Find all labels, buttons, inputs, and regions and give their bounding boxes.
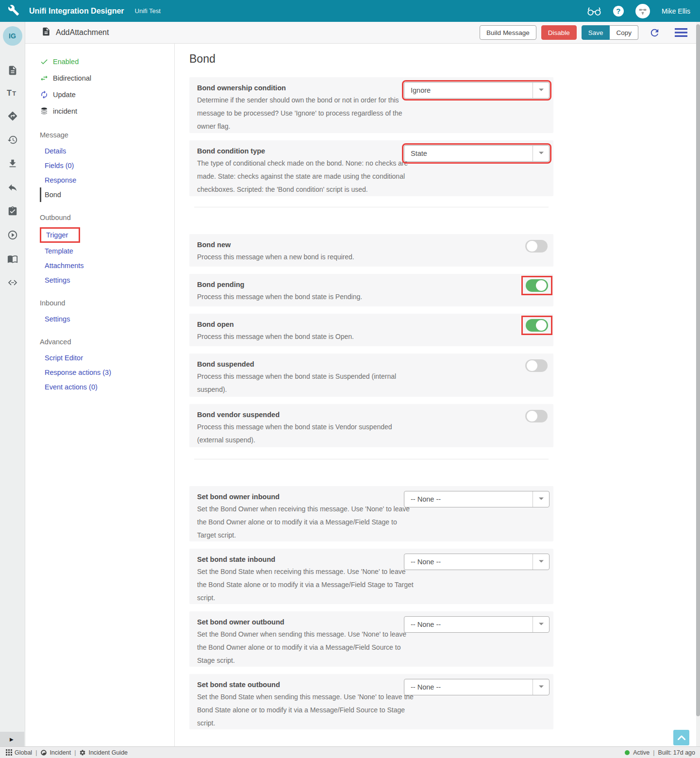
chevron-down-icon <box>533 554 549 570</box>
nav-item-script-editor[interactable]: Script Editor <box>40 351 174 365</box>
bond-suspended-toggle[interactable] <box>525 359 548 372</box>
chevron-down-icon <box>533 83 549 98</box>
field-description: Process this message when the bond state… <box>197 330 416 343</box>
svg-text:T: T <box>7 89 12 97</box>
scrollbar-thumb[interactable] <box>696 24 700 716</box>
svg-text:T: T <box>12 90 16 97</box>
document-icon <box>41 27 51 38</box>
section-divider <box>194 207 549 207</box>
nav-item-outbound-settings[interactable]: Settings <box>40 273 174 287</box>
chevron-down-icon <box>533 491 549 507</box>
workspace-name: Unifi Test <box>135 7 161 15</box>
field-label: Bond pending <box>197 280 546 289</box>
bond-new-toggle[interactable] <box>525 240 548 253</box>
field-set-bond-state-outbound: Set bond state outbound Set the Bond Sta… <box>189 674 553 729</box>
nav-item-attachments[interactable]: Attachments <box>40 258 174 273</box>
bond-pending-toggle[interactable] <box>526 279 548 292</box>
record-nav: Enabled Bidirectional Update incident Me… <box>25 44 175 746</box>
section-divider <box>194 459 549 459</box>
chevron-down-icon <box>533 679 549 695</box>
tasks-icon[interactable] <box>7 206 18 217</box>
grid-icon <box>6 749 12 756</box>
toolbar: AddAttachment Build Message Disable Save… <box>25 22 696 44</box>
user-name: Mike Ellis <box>662 7 690 15</box>
play-icon[interactable] <box>7 230 18 240</box>
page-title: Bond <box>189 52 553 66</box>
help-icon[interactable]: ? <box>613 6 624 17</box>
swap-icon <box>40 74 49 83</box>
update-icon <box>40 90 49 99</box>
field-bond-ownership-condition: Bond ownership condition Determine if th… <box>189 77 553 133</box>
copy-button[interactable]: Copy <box>610 25 638 40</box>
chevron-down-icon <box>533 617 549 632</box>
history-icon[interactable] <box>7 135 18 145</box>
statusbar-global[interactable]: Global <box>6 749 32 756</box>
nav-item-inbound-settings[interactable]: Settings <box>40 312 174 326</box>
nav-item-trigger[interactable]: Trigger <box>41 229 68 241</box>
field-set-bond-owner-outbound: Set bond owner outbound Set the Bond Own… <box>189 611 553 667</box>
statusbar-incident[interactable]: Incident <box>40 749 71 756</box>
set-bond-state-outbound-select[interactable]: -- None -- <box>404 679 550 695</box>
integration-avatar[interactable]: IG <box>3 26 22 46</box>
field-description: Process this message when a new bond is … <box>197 251 416 264</box>
directions-icon[interactable] <box>7 111 18 121</box>
field-label: Bond open <box>197 320 546 329</box>
download-icon[interactable] <box>7 158 18 169</box>
expand-arrow-icon[interactable]: ▶ <box>0 732 24 746</box>
set-bond-state-inbound-select[interactable]: -- None -- <box>404 554 550 570</box>
glasses-icon[interactable] <box>587 6 601 17</box>
nav-item-template[interactable]: Template <box>40 244 174 258</box>
field-description: Set the Bond Owner when receiving this m… <box>197 503 416 541</box>
set-bond-owner-outbound-select[interactable]: -- None -- <box>404 616 550 633</box>
nav-item-details[interactable]: Details <box>40 144 174 158</box>
statusbar-incident-guide[interactable]: Incident Guide <box>79 749 128 756</box>
field-description: Set the Bond Owner when sending this mes… <box>197 628 416 667</box>
gear-icon <box>79 749 86 756</box>
field-set-bond-owner-inbound: Set bond owner inbound Set the Bond Owne… <box>189 486 553 541</box>
scroll-to-top-button[interactable] <box>673 730 689 745</box>
save-button[interactable]: Save <box>582 25 610 40</box>
check-icon <box>40 57 49 66</box>
app-title: Unifi Integration Designer <box>29 7 124 16</box>
text-format-icon[interactable]: TT <box>7 89 18 98</box>
disable-button[interactable]: Disable <box>541 25 577 40</box>
field-description: Determine if the sender should own the b… <box>197 94 416 133</box>
field-bond-suspended: Bond suspended Process this message when… <box>189 354 553 397</box>
active-status-dot <box>625 750 630 755</box>
document-icon[interactable] <box>7 65 18 76</box>
build-message-button[interactable]: Build Message <box>480 25 536 40</box>
nav-section-inbound: Inbound <box>40 299 174 312</box>
bond-vendor-suspended-toggle[interactable] <box>525 410 548 422</box>
nav-item-response-actions[interactable]: Response actions (3) <box>40 365 174 380</box>
incident-icon <box>40 749 47 756</box>
nav-section-advanced: Advanced <box>40 338 174 351</box>
nav-item-fields[interactable]: Fields (0) <box>40 158 174 173</box>
bond-open-toggle[interactable] <box>526 319 548 332</box>
field-bond-new: Bond new Process this message when a new… <box>189 234 553 267</box>
refresh-icon[interactable] <box>649 27 660 38</box>
reply-icon[interactable] <box>7 182 18 193</box>
bond-ownership-condition-select[interactable]: Ignore <box>404 82 550 99</box>
nav-item-event-actions[interactable]: Event actions (0) <box>40 380 174 394</box>
menu-icon[interactable] <box>675 28 687 37</box>
nav-section-outbound: Outbound <box>40 214 174 226</box>
icon-rail: IG TT ▶ <box>0 22 25 746</box>
field-bond-pending: Bond pending Process this message when t… <box>189 274 553 306</box>
nav-item-response[interactable]: Response <box>40 173 174 187</box>
field-bond-condition-type: Bond condition type The type of conditio… <box>189 140 553 196</box>
field-bond-vendor-suspended: Bond vendor suspended Process this messa… <box>189 404 553 447</box>
book-icon[interactable] <box>7 253 18 264</box>
avatar[interactable] <box>635 4 650 18</box>
field-description: Process this message when the bond state… <box>197 421 416 447</box>
code-icon[interactable] <box>7 277 18 288</box>
field-label: Bond vendor suspended <box>197 410 546 420</box>
status-bidirectional: Bidirectional <box>40 70 174 86</box>
bond-condition-type-select[interactable]: State <box>404 145 550 162</box>
status-bar: Global | Incident | Incident Guide Activ… <box>0 746 700 758</box>
field-set-bond-state-inbound: Set bond state inbound Set the Bond Stat… <box>189 549 553 604</box>
nav-item-bond[interactable]: Bond <box>40 187 174 202</box>
field-description: Process this message when the bond state… <box>197 370 416 396</box>
status-active-label: Active <box>633 749 650 756</box>
set-bond-owner-inbound-select[interactable]: -- None -- <box>404 491 550 507</box>
annotation-box-trigger: Trigger <box>40 227 80 243</box>
